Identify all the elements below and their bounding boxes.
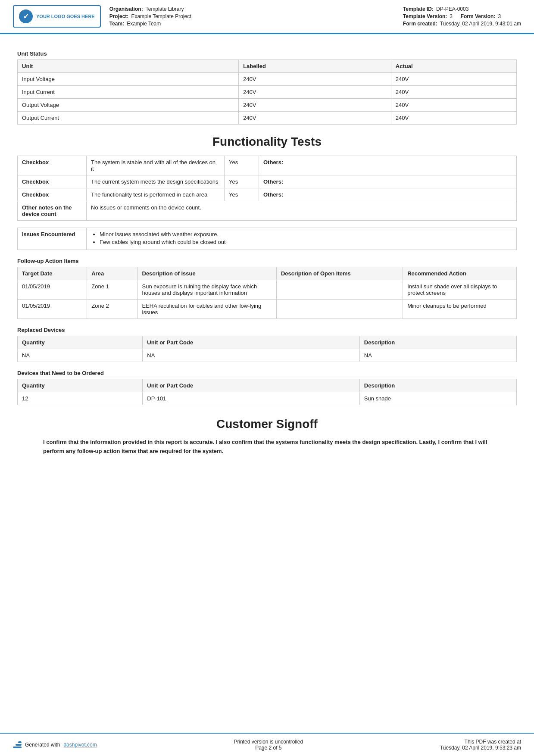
table-row: Other notes on the device countNo issues… [18, 201, 517, 221]
table-row: CheckboxThe current system meets the des… [18, 175, 517, 188]
bar-3 [13, 747, 22, 748]
order-col-code: Unit or Part Code [143, 379, 360, 392]
func-value: Yes [225, 156, 259, 175]
table-cell: NA [18, 349, 143, 362]
followup-table: Target Date Area Description of Issue De… [17, 267, 517, 319]
table-cell [276, 280, 403, 300]
table-cell: 01/05/2019 [18, 280, 87, 300]
dashpivot-link[interactable]: dashpivot.com [63, 742, 97, 748]
table-cell: Sun shade [359, 392, 516, 405]
followup-col-recommended: Recommended Action [403, 267, 517, 280]
issues-content: Minor issues associated with weather exp… [87, 228, 517, 250]
project-label: Project: [109, 13, 129, 19]
order-col-qty: Quantity [18, 379, 143, 392]
team-value: Example Team [127, 21, 161, 27]
issues-table: Issues Encountered Minor issues associat… [17, 228, 517, 250]
page-header: ✓ YOUR LOGO GOES HERE Organisation: Temp… [0, 0, 534, 34]
table-cell: Install sun shade over all displays to p… [403, 280, 517, 300]
devices-to-order-header: Quantity Unit or Part Code Description [18, 379, 517, 392]
followup-header-row: Target Date Area Description of Issue De… [18, 267, 517, 280]
replaced-col-code: Unit or Part Code [143, 336, 360, 349]
followup-col-issue: Description of Issue [137, 267, 276, 280]
template-id-value: DP-PEA-0003 [436, 6, 468, 12]
table-cell: 01/05/2019 [18, 300, 87, 319]
func-description: The system is stable and with all of the… [87, 156, 225, 175]
table-cell: 240V [391, 73, 516, 86]
table-row: NANANA [18, 349, 517, 362]
form-created-value: Tuesday, 02 April 2019, 9:43:01 am [440, 21, 521, 27]
list-item: Minor issues associated with weather exp… [100, 231, 512, 237]
unit-status-title: Unit Status [17, 50, 517, 57]
table-cell: 12 [18, 392, 143, 405]
table-row: Output Current240V240V [18, 112, 517, 125]
table-cell: Zone 1 [87, 280, 137, 300]
form-version-value: 3 [498, 13, 501, 19]
table-row: Input Current240V240V [18, 86, 517, 99]
table-cell: Output Current [18, 112, 239, 125]
devices-to-order-table: Quantity Unit or Part Code Description 1… [17, 379, 517, 405]
func-label: Checkbox [18, 156, 87, 175]
logo-text: YOUR LOGO GOES HERE [36, 14, 95, 19]
func-others: Others: [259, 156, 517, 175]
table-cell: Output Voltage [18, 99, 239, 112]
table-row: 01/05/2019Zone 1Sun exposure is ruining … [18, 280, 517, 300]
devices-to-order-title: Devices that Need to be Ordered [17, 370, 517, 376]
func-label: Checkbox [18, 188, 87, 201]
replaced-devices-table: Quantity Unit or Part Code Description N… [17, 336, 517, 362]
replaced-col-desc: Description [359, 336, 516, 349]
table-cell: Minor cleanups to be performed [403, 300, 517, 319]
func-others: Others: [259, 175, 517, 188]
table-cell: NA [359, 349, 516, 362]
func-others: Others: [259, 188, 517, 201]
unit-status-header-row: Unit Labelled Actual [18, 60, 517, 73]
table-cell: Input Voltage [18, 73, 239, 86]
unit-status-col-actual: Actual [391, 60, 516, 73]
table-cell: 240V [391, 86, 516, 99]
replaced-col-qty: Quantity [18, 336, 143, 349]
unit-status-table: Unit Labelled Actual Input Voltage240V24… [17, 59, 517, 125]
func-description: The current system meets the design spec… [87, 175, 225, 188]
footer-center: Printed version is uncontrolled Page 2 o… [234, 739, 303, 751]
main-content: Unit Status Unit Labelled Actual Input V… [0, 34, 534, 482]
project-value: Example Template Project [131, 13, 191, 19]
functionality-tests-heading: Functionality Tests [17, 135, 517, 149]
func-description: The functionality test is performed in e… [87, 188, 225, 201]
table-cell: 240V [391, 112, 516, 125]
func-label: Other notes on the device count [18, 201, 87, 221]
followup-col-date: Target Date [18, 267, 87, 280]
functionality-tests-table: CheckboxThe system is stable and with al… [17, 156, 517, 221]
form-version-label: Form Version: [461, 13, 496, 19]
func-value: Yes [225, 188, 259, 201]
table-cell: DP-101 [143, 392, 360, 405]
func-description: No issues or comments on the device coun… [87, 201, 517, 221]
pdf-created-date: Tuesday, 02 April 2019, 9:53:23 am [440, 745, 521, 751]
org-label: Organisation: [109, 6, 143, 12]
table-cell: Zone 2 [87, 300, 137, 319]
followup-col-open: Description of Open Items [276, 267, 403, 280]
generated-text: Generated with [25, 742, 60, 748]
team-label: Team: [109, 21, 124, 27]
table-cell: 240V [239, 73, 391, 86]
bar-1 [18, 741, 22, 743]
header-meta: Organisation: Template Library Project: … [109, 5, 394, 28]
issues-label: Issues Encountered [18, 228, 87, 250]
pdf-created-text: This PDF was created at [440, 739, 521, 745]
table-row: Input Voltage240V240V [18, 73, 517, 86]
customer-signoff-heading: Customer Signoff [17, 417, 517, 431]
table-cell: 240V [239, 112, 391, 125]
bar-2 [16, 744, 22, 746]
table-row: CheckboxThe functionality test is perfor… [18, 188, 517, 201]
org-value: Template Library [146, 6, 184, 12]
template-version-value: 3 [450, 13, 453, 19]
followup-title: Follow-up Action Items [17, 258, 517, 264]
table-cell: EEHA rectification for cables and other … [137, 300, 276, 319]
table-cell: 240V [239, 86, 391, 99]
template-version-label: Template Version: [403, 13, 447, 19]
form-created-label: Form created: [403, 21, 437, 27]
table-row: Output Voltage240V240V [18, 99, 517, 112]
followup-col-area: Area [87, 267, 137, 280]
replaced-devices-header: Quantity Unit or Part Code Description [18, 336, 517, 349]
logo-area: ✓ YOUR LOGO GOES HERE [13, 5, 101, 28]
unit-status-col-unit: Unit [18, 60, 239, 73]
table-row: CheckboxThe system is stable and with al… [18, 156, 517, 175]
